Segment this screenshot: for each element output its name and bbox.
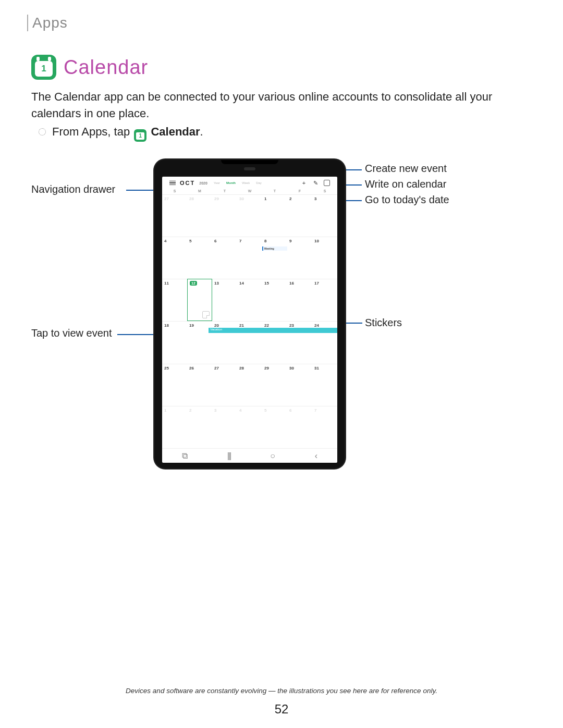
date-cell[interactable]: 28 xyxy=(187,194,212,237)
system-nav-bar: ⧉ ||| ○ ‹ xyxy=(162,448,337,463)
camera-notch xyxy=(221,160,278,164)
month-grid: SMTWTFS2728293012345678Meeting9101112131… xyxy=(162,187,337,448)
date-cell[interactable]: 25 xyxy=(162,364,187,406)
date-cell[interactable]: 3 xyxy=(212,406,237,448)
callout-tap-event: Tap to view event xyxy=(31,327,112,339)
date-cell[interactable]: 5 xyxy=(262,406,287,448)
date-cell[interactable]: 16 xyxy=(287,279,312,321)
day-of-week-header: S xyxy=(312,189,337,193)
date-cell[interactable]: 29 xyxy=(212,194,237,237)
disclaimer: Devices and software are constantly evol… xyxy=(0,687,563,695)
event-chip[interactable]: Meeting xyxy=(262,246,287,251)
event-bar-vacation[interactable]: Vacation xyxy=(209,328,337,333)
day-of-week-header: W xyxy=(237,189,262,193)
callout-nav-drawer: Navigation drawer xyxy=(31,183,115,195)
recents-button[interactable]: ⧉ xyxy=(182,451,188,461)
date-cell[interactable]: 10 xyxy=(312,237,337,279)
section-intro: The Calendar app can be connected to you… xyxy=(31,89,532,122)
date-cell[interactable]: 14 xyxy=(237,279,262,321)
calendar-app-icon-small-number: 1 xyxy=(136,132,144,140)
date-cell[interactable]: 7 xyxy=(312,406,337,448)
day-of-week-header: F xyxy=(287,189,312,193)
view-tab-month[interactable]: Month xyxy=(224,181,238,185)
step-prefix: From Apps, tap xyxy=(52,125,130,138)
write-calendar-button[interactable]: ✎ xyxy=(312,180,319,186)
sticker-icon[interactable] xyxy=(202,311,210,318)
back-button[interactable]: ‹ xyxy=(315,451,317,461)
date-cell[interactable]: 30 xyxy=(287,364,312,406)
overview-button[interactable]: ○ xyxy=(270,451,275,461)
device-screen: OCT 2020 YearMonthWeekDay + ✎ SMTWTFS272… xyxy=(162,177,337,463)
date-cell[interactable]: 28 xyxy=(237,364,262,406)
callout-goto-today: Go to today's date xyxy=(365,194,449,206)
date-cell[interactable]: 15 xyxy=(262,279,287,321)
view-switcher[interactable]: YearMonthWeekDay xyxy=(212,181,264,185)
calendar-app-icon-number: 1 xyxy=(35,61,53,77)
date-cell[interactable]: 7 xyxy=(237,237,262,279)
date-cell[interactable]: 29 xyxy=(262,364,287,406)
callout-stickers: Stickers xyxy=(365,317,402,329)
view-tab-year[interactable]: Year xyxy=(212,181,222,185)
day-of-week-header: T xyxy=(262,189,287,193)
step-app-name: Calendar xyxy=(151,125,200,138)
date-cell[interactable]: 4 xyxy=(237,406,262,448)
nav-drawer-button[interactable] xyxy=(169,181,176,186)
instruction-step: From Apps, tap 1 Calendar. xyxy=(39,125,203,140)
date-cell[interactable]: 4 xyxy=(162,237,187,279)
day-of-week-header: S xyxy=(162,189,187,193)
date-cell[interactable]: 9 xyxy=(287,237,312,279)
view-tab-week[interactable]: Week xyxy=(240,181,252,185)
tablet-device: OCT 2020 YearMonthWeekDay + ✎ SMTWTFS272… xyxy=(154,159,346,469)
front-camera xyxy=(244,167,255,170)
date-cell[interactable]: 13 xyxy=(212,279,237,321)
year-label: 2020 xyxy=(199,181,207,185)
date-cell[interactable]: 31 xyxy=(312,364,337,406)
callout-create-event: Create new event xyxy=(365,163,447,175)
section-title-row: 1 Calendar xyxy=(31,55,148,80)
date-cell[interactable]: 11 xyxy=(162,279,187,321)
step-period: . xyxy=(200,125,203,138)
day-of-week-header: M xyxy=(187,189,212,193)
calendar-app-icon: 1 xyxy=(31,55,56,80)
date-cell[interactable]: 1 xyxy=(162,406,187,448)
section-title: Calendar xyxy=(64,56,148,79)
view-tab-day[interactable]: Day xyxy=(254,181,264,185)
date-cell[interactable]: 2 xyxy=(187,406,212,448)
date-cell[interactable]: 27 xyxy=(162,194,187,237)
date-cell[interactable]: 18 xyxy=(162,321,187,363)
date-cell[interactable]: 6 xyxy=(212,237,237,279)
breadcrumb: Apps xyxy=(27,15,68,31)
date-cell[interactable]: 2 xyxy=(287,194,312,237)
goto-today-button[interactable] xyxy=(324,180,330,186)
date-cell[interactable]: 6 xyxy=(287,406,312,448)
add-event-button[interactable]: + xyxy=(301,180,307,186)
calendar-app-icon-small: 1 xyxy=(134,129,146,142)
day-of-week-header: T xyxy=(212,189,237,193)
date-cell[interactable]: 12 xyxy=(187,279,212,321)
date-cell[interactable]: 8Meeting xyxy=(262,237,287,279)
date-cell[interactable]: 1 xyxy=(262,194,287,237)
date-cell[interactable]: 26 xyxy=(187,364,212,406)
home-button[interactable]: ||| xyxy=(227,451,230,461)
date-cell[interactable]: 30 xyxy=(237,194,262,237)
bullet-icon xyxy=(39,128,46,135)
date-cell[interactable]: 17 xyxy=(312,279,337,321)
date-cell[interactable]: 5 xyxy=(187,237,212,279)
date-cell[interactable]: 3 xyxy=(312,194,337,237)
date-cell[interactable]: 27 xyxy=(212,364,237,406)
calendar-toolbar: OCT 2020 YearMonthWeekDay + ✎ xyxy=(162,177,337,187)
page-number: 52 xyxy=(0,702,563,717)
callout-write-calendar: Write on calendar xyxy=(365,178,446,190)
month-label[interactable]: OCT xyxy=(180,180,195,186)
